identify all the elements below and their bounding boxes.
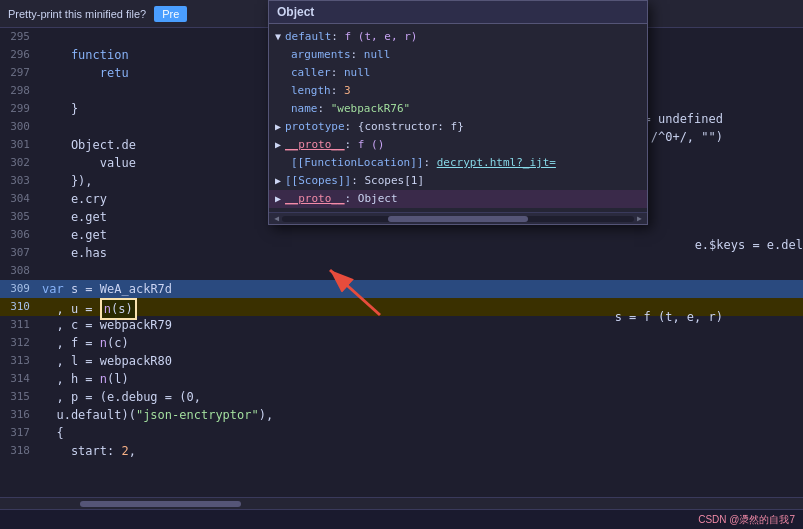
bottom-bar: CSDN @㵗然的自我7 — [0, 509, 803, 529]
h-scrollbar-thumb — [80, 501, 241, 507]
scrollbar-track — [282, 216, 633, 222]
popup-row-proto-object[interactable]: ▶ __proto__ : Object — [269, 190, 647, 208]
popup-row-length: length : 3 — [269, 82, 647, 100]
scrollbar-right-arrow[interactable]: ▶ — [634, 213, 645, 225]
function-location-link[interactable]: decrypt.html?_ijt= — [437, 154, 556, 172]
code-line-306: 306 e.get — [0, 226, 803, 244]
code-line-315: 315 , p = (e.debug = (0, — [0, 388, 803, 406]
code-line-312: 312 , f = n(c) — [0, 334, 803, 352]
code-line-318: 318 start: 2, — [0, 442, 803, 460]
code-line-313: 313 , l = webpackR80 — [0, 352, 803, 370]
collapse-default-btn[interactable]: ▼ — [275, 28, 285, 46]
popup-scrollbar[interactable]: ◀ ▶ — [269, 212, 647, 224]
scrollbar-thumb — [388, 216, 529, 222]
scrollbar-left-arrow[interactable]: ◀ — [271, 213, 282, 225]
horizontal-scrollbar[interactable] — [0, 497, 803, 509]
code-line-314: 314 , h = n(l) — [0, 370, 803, 388]
code-line-308: 308 — [0, 262, 803, 280]
popup-row-caller: caller : null — [269, 64, 647, 82]
expand-proto-fn-btn[interactable]: ▶ — [275, 136, 285, 154]
popup-row-prototype[interactable]: ▶ prototype : {constructor: f} — [269, 118, 647, 136]
expand-proto-object-btn[interactable]: ▶ — [275, 190, 285, 208]
object-popup: Object ▼ default : f (t, e, r) arguments… — [268, 0, 648, 225]
code-line-307: 307 e.has — [0, 244, 803, 262]
editor: Pretty-print this minified file? Pre 295… — [0, 0, 803, 529]
popup-body: ▼ default : f (t, e, r) arguments : null… — [269, 24, 647, 212]
popup-row-proto-fn[interactable]: ▶ __proto__ : f () — [269, 136, 647, 154]
code-line-316: 316 u.default)("json-enctryptor"), — [0, 406, 803, 424]
code-line-317: 317 { — [0, 424, 803, 442]
watermark-text: CSDN @㵗然的自我7 — [698, 513, 795, 527]
pretty-print-label: Pretty-print this minified file? — [8, 8, 146, 20]
popup-row-name: name : "webpackR76" — [269, 100, 647, 118]
popup-title: Object — [269, 1, 647, 24]
popup-row-scopes[interactable]: ▶ [[Scopes]] : Scopes[1] — [269, 172, 647, 190]
pretty-print-button[interactable]: Pre — [154, 6, 187, 22]
popup-row-arguments: arguments : null — [269, 46, 647, 64]
expand-scopes-btn[interactable]: ▶ — [275, 172, 285, 190]
code-line-309: 309 var s = WeA_ackR7d s = f (t, e, r) — [0, 280, 803, 298]
expand-prototype-btn[interactable]: ▶ — [275, 118, 285, 136]
popup-row-function-location: [[FunctionLocation]] : decrypt.html?_ijt… — [269, 154, 647, 172]
popup-row-default[interactable]: ▼ default : f (t, e, r) — [269, 28, 647, 46]
